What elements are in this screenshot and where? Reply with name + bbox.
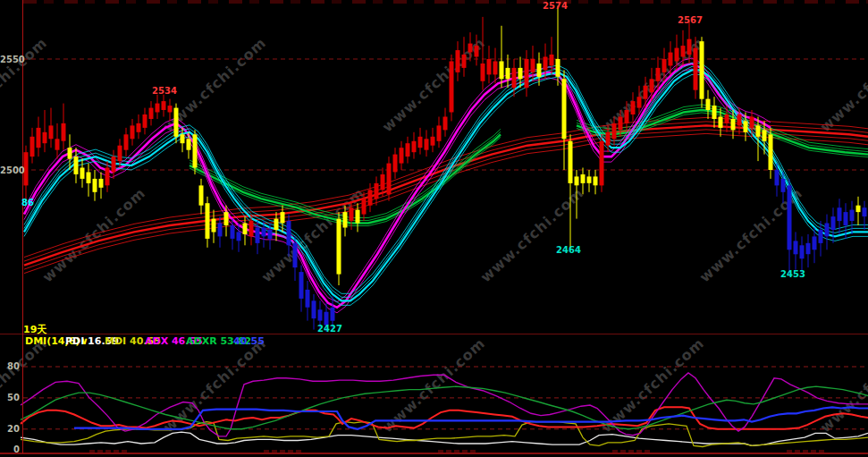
candle-body [443,117,448,131]
candle-body [612,123,617,139]
candle-body [581,174,586,183]
candle-body [306,290,310,308]
candle-body [62,123,66,141]
candle-body [143,114,147,128]
candle-body [700,41,704,99]
candle-body [343,212,348,227]
candle-body [231,225,235,239]
candle-body [425,139,429,149]
dmi-line-red [21,407,868,429]
candle-body [468,44,473,53]
candle-body [412,141,417,152]
candle-body [750,117,754,128]
candle-body [331,308,335,321]
candle-body [625,110,629,123]
candle-body [337,219,341,275]
candle-body [587,176,592,182]
trading-chart-window: www.cfchi.comwww.cfchi.comwww.cfchi.comw… [0,0,868,457]
candle-body [375,183,379,199]
candle-body [456,50,460,72]
candle-body [644,86,648,99]
candle-body [124,134,129,149]
candle-body [156,104,160,113]
candle-body [137,123,141,132]
candle-body [637,97,642,107]
candle-body [49,125,54,139]
candle-body [550,55,554,65]
candle-body [418,137,423,148]
candle-body [206,203,210,239]
candle-body [569,141,573,183]
candle-body [362,199,367,214]
candle-body [112,157,116,172]
candle-body [256,228,260,243]
candle-body [838,207,842,221]
candle-body [675,48,679,62]
candle-body [631,101,636,114]
candle-body [312,300,316,318]
candle-body [243,224,248,234]
candle-body [669,53,673,66]
dmi-legend-row: DMI(14,6)∨ PDI 16.59 MDI 40.55 ADX 46.55… [0,335,868,349]
candle-body [725,114,729,123]
candle-body [187,139,191,149]
candle-body [756,125,761,136]
candle-body [518,68,523,79]
candle-body [781,179,786,192]
candle-body [493,62,498,75]
candle-body [619,117,623,131]
candle-body [562,79,567,139]
candle-body [274,219,279,230]
candle-body [813,236,817,250]
candle-body [844,212,848,225]
candle-body [431,137,435,146]
candle-body [825,224,830,237]
candle-body [731,119,736,130]
candle-body [393,155,398,173]
candle-body [381,174,385,190]
candle-body [131,125,135,139]
candle-body [863,207,867,216]
candle-body [293,243,298,267]
candle-body [224,212,229,225]
candle-body [694,48,698,90]
candle-body [662,59,667,72]
candle-body [537,63,542,77]
candle-body [850,210,855,221]
candle-body [544,57,548,71]
candle-body [162,101,166,110]
kline-dmi-chart-canvas[interactable] [0,0,868,457]
ma-band-red [24,117,868,257]
candle-body [512,68,517,88]
candle-body [706,99,711,110]
dmi-value-blue: 40.55 [233,335,265,347]
candle-body [368,190,373,205]
candle-body [37,128,41,148]
ma-band-cyan [24,66,868,297]
candle-body [481,63,485,81]
candle-body [819,230,823,243]
candle-body [506,68,510,79]
candle-body [681,46,686,56]
candle-body [556,59,560,77]
candle-body [650,79,654,92]
candle-body [687,39,692,55]
candle-body [350,207,354,221]
candle-body [318,309,323,320]
candle-body [80,168,85,179]
candle-body [800,245,805,258]
candle-body [268,230,273,239]
candle-body [775,170,780,185]
candle-body [856,206,861,212]
candle-body [299,272,304,299]
candle-body [24,152,29,185]
candle-body [55,139,60,149]
ma-band-cyan [24,63,868,293]
candle-body [118,146,122,161]
candle-body [181,134,185,143]
candle-body [93,179,97,192]
candle-body [199,185,204,205]
candle-body [475,46,479,56]
candle-body [450,62,454,113]
candle-body [218,224,223,237]
